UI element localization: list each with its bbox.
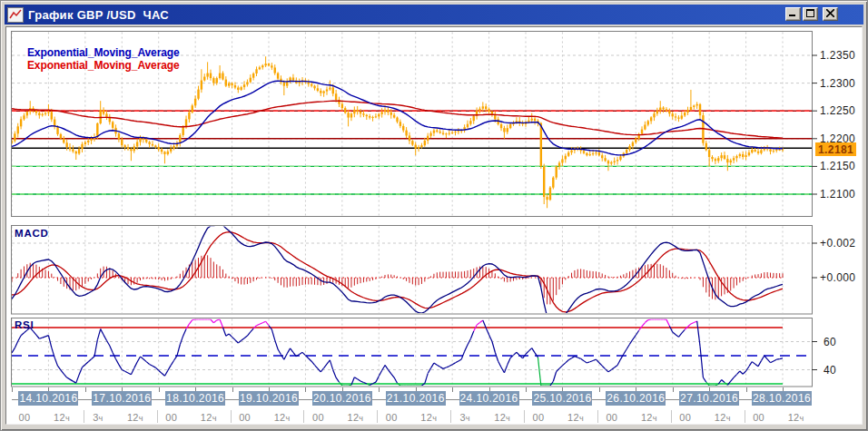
hour-tick-label: 12ч bbox=[637, 412, 661, 423]
hour-tick-label: 00 bbox=[233, 412, 257, 423]
date-box: 20.10.2016 bbox=[312, 391, 372, 406]
day-separator bbox=[157, 410, 158, 423]
day-separator bbox=[377, 410, 378, 423]
day-separator bbox=[524, 410, 525, 423]
date-box: 25.10.2016 bbox=[532, 391, 592, 406]
app-window: График GBP /USD ЧАС Exponential_Moving_A… bbox=[0, 0, 868, 431]
hour-tick-label: 3ч bbox=[453, 412, 477, 423]
date-box: 28.10.2016 bbox=[752, 391, 812, 406]
hour-tick-label: 00 bbox=[13, 412, 36, 423]
macd-axis-label: +0.002 bbox=[820, 237, 855, 250]
price-axis-label: 1.2100 bbox=[820, 188, 855, 201]
day-separator bbox=[303, 410, 304, 423]
hour-tick-label: 12ч bbox=[784, 412, 808, 423]
current-price-tag: 1.2181 bbox=[815, 142, 856, 156]
day-separator bbox=[84, 410, 84, 423]
hour-tick-label: 12ч bbox=[271, 412, 294, 423]
rsi-axis-label: 40 bbox=[824, 364, 836, 377]
date-box: 24.10.2016 bbox=[459, 391, 519, 406]
day-separator bbox=[231, 410, 232, 423]
hour-tick-label: 00 bbox=[747, 412, 771, 423]
price-axis-label: 1.2350 bbox=[820, 49, 855, 62]
price-axis-label: 1.2300 bbox=[820, 77, 855, 90]
hour-tick-label: 00 bbox=[380, 412, 403, 423]
hour-tick-label: 12ч bbox=[343, 412, 367, 423]
hour-tick-label: 12ч bbox=[711, 412, 735, 423]
time-axis-tick bbox=[232, 387, 233, 392]
rsi-panel-bg bbox=[12, 318, 813, 387]
ema-fast-legend: Exponential_Moving_Average bbox=[27, 46, 180, 59]
price-axis-label: 1.2250 bbox=[820, 104, 855, 117]
time-axis-tick bbox=[452, 387, 453, 392]
day-separator bbox=[597, 410, 598, 423]
day-separator bbox=[671, 410, 672, 423]
day-separator bbox=[450, 410, 451, 423]
time-axis-tick bbox=[673, 387, 674, 392]
time-axis-tick bbox=[599, 387, 600, 392]
hour-tick-label: 00 bbox=[674, 412, 697, 423]
hour-tick-label: 00 bbox=[306, 412, 330, 423]
rsi-axis-label: 60 bbox=[824, 336, 836, 348]
date-box: 27.10.2016 bbox=[679, 391, 739, 406]
hour-tick-label: 12ч bbox=[564, 412, 587, 423]
time-axis-tick bbox=[526, 387, 527, 392]
hour-tick-label: 00 bbox=[160, 412, 183, 423]
hour-tick-label: 3ч bbox=[86, 412, 110, 423]
ema-slow-legend: Exponential_Moving_Average bbox=[27, 59, 180, 72]
rsi-label: RSI bbox=[15, 319, 35, 330]
hour-tick-label: 12ч bbox=[197, 412, 221, 423]
time-axis-tick bbox=[379, 387, 380, 392]
hour-tick-label: 00 bbox=[527, 412, 550, 423]
ema-legend: Exponential_Moving_Average Exponential_M… bbox=[15, 34, 182, 84]
hour-tick-label: 12ч bbox=[123, 412, 147, 423]
date-box: 17.10.2016 bbox=[92, 391, 152, 406]
hour-tick-label: 00 bbox=[600, 412, 624, 423]
date-box: 21.10.2016 bbox=[386, 391, 446, 406]
date-box: 19.10.2016 bbox=[239, 391, 299, 406]
macd-axis-label: +0.000 bbox=[820, 271, 855, 284]
time-axis-tick bbox=[12, 387, 13, 392]
hour-tick-label: 12ч bbox=[50, 412, 74, 423]
time-axis-tick bbox=[85, 387, 86, 392]
date-box: 26.10.2016 bbox=[606, 391, 666, 406]
hour-tick-label: 12ч bbox=[417, 412, 440, 423]
macd-label: MACD bbox=[15, 228, 49, 239]
time-axis-tick bbox=[305, 387, 306, 392]
date-box: 14.10.2016 bbox=[18, 391, 78, 406]
price-axis-label: 1.2150 bbox=[820, 160, 855, 172]
time-axis-tick bbox=[746, 387, 747, 392]
time-axis-tick bbox=[159, 387, 160, 392]
day-separator bbox=[745, 410, 745, 423]
date-box: 18.10.2016 bbox=[165, 391, 225, 406]
hour-tick-label: 12ч bbox=[490, 412, 514, 423]
